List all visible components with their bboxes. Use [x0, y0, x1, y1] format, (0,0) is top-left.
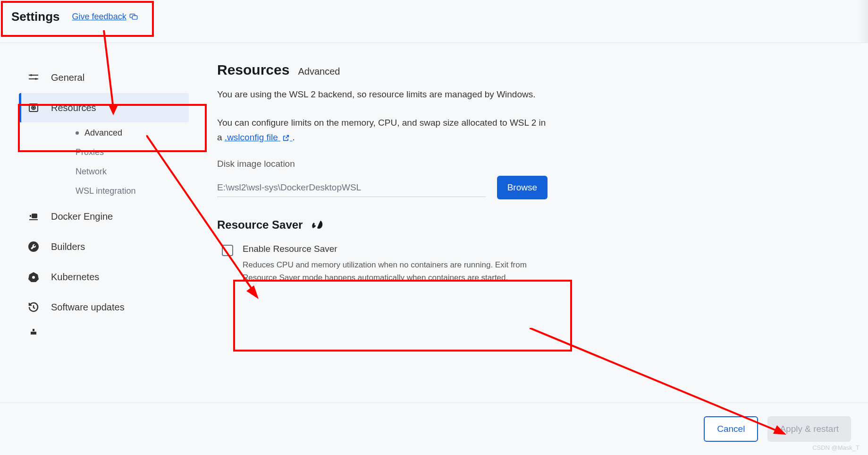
sidebar-item-builders[interactable]: Builders	[19, 232, 189, 261]
sidebar-subitem-label: Network	[76, 167, 107, 177]
limits-desc: You can configure limits on the memory, …	[217, 116, 548, 145]
svg-rect-11	[30, 215, 31, 217]
sidebar-subitem-advanced[interactable]: Advanced	[76, 123, 189, 143]
engine-icon	[27, 210, 40, 223]
sidebar-subitem-label: Proxies	[76, 147, 104, 157]
disk-location-label: Disk image location	[217, 159, 548, 169]
sidebar-item-label: Docker Engine	[51, 211, 113, 222]
bullet-icon	[76, 131, 79, 135]
sidebar-item-kubernetes[interactable]: Kubernetes	[19, 262, 189, 292]
resource-saver-title: Resource Saver	[217, 218, 303, 232]
resource-saver-checkbox-label: Enable Resource Saver	[243, 244, 543, 254]
svg-rect-5	[29, 78, 38, 79]
give-feedback-link[interactable]: Give feedback	[72, 12, 138, 22]
sidebar-subitem-wsl-integration[interactable]: WSL integration	[76, 181, 189, 201]
svg-point-14	[32, 276, 35, 279]
svg-rect-9	[32, 214, 37, 218]
sidebar-subitem-label: Advanced	[84, 128, 122, 138]
svg-rect-16	[33, 329, 34, 331]
sidebar-item-general[interactable]: General	[19, 63, 189, 92]
svg-rect-3	[29, 75, 38, 76]
resources-sub-items: Advanced Proxies Network WSL integration	[19, 123, 189, 201]
sidebar-subitem-proxies[interactable]: Proxies	[76, 143, 189, 162]
resource-saver-row: Enable Resource Saver Reduces CPU and me…	[217, 241, 548, 287]
sidebar-item-label: General	[51, 72, 84, 83]
main-subtitle: Advanced	[298, 66, 340, 77]
sidebar-item-label: Resources	[51, 103, 96, 113]
sidebar-item-software-updates[interactable]: Software updates	[19, 292, 189, 322]
page-title: Settings	[11, 9, 60, 24]
svg-point-8	[33, 107, 34, 109]
svg-rect-15	[31, 332, 36, 335]
main-title: Resources	[217, 62, 289, 78]
sidebar-item-docker-engine[interactable]: Docker Engine	[19, 202, 189, 231]
chat-icon	[129, 14, 138, 20]
sidebar-item-label: Software updates	[51, 302, 125, 313]
feedback-label: Give feedback	[72, 12, 126, 22]
resource-saver-desc: Reduces CPU and memory utilization when …	[243, 259, 543, 284]
disk-location-input[interactable]	[217, 179, 486, 197]
apply-restart-button[interactable]: Apply & restart	[767, 416, 851, 442]
wslconfig-link-label: .wslconfig file	[225, 132, 278, 142]
footer-bar: Cancel Apply & restart	[0, 403, 868, 455]
external-link-icon	[282, 134, 290, 142]
extension-icon	[27, 326, 40, 338]
kubernetes-icon	[27, 271, 40, 283]
sidebar-item-label: Builders	[51, 241, 85, 252]
watermark: CSDN @Mask_T	[812, 444, 860, 451]
sidebar-item-more[interactable]	[19, 323, 189, 338]
wslconfig-link[interactable]: .wslconfig file	[225, 132, 293, 142]
resource-saver-checkbox[interactable]	[222, 245, 233, 256]
sidebar-subitem-label: WSL integration	[76, 186, 135, 196]
eco-icon	[311, 219, 323, 231]
wrench-icon	[27, 240, 40, 253]
browse-button[interactable]: Browse	[497, 176, 548, 199]
sidebar-item-label: Kubernetes	[51, 272, 99, 283]
sliders-icon	[27, 71, 40, 84]
disk-icon	[27, 102, 40, 114]
svg-rect-1	[132, 16, 137, 19]
backend-desc: You are using the WSL 2 backend, so reso…	[217, 87, 548, 102]
settings-sidebar: General Resources Advanced Proxies Netwo…	[19, 62, 198, 339]
history-icon	[27, 301, 40, 313]
sidebar-subitem-network[interactable]: Network	[76, 162, 189, 181]
main-panel: Resources Advanced You are using the WSL…	[198, 62, 566, 339]
cancel-button[interactable]: Cancel	[704, 416, 758, 442]
sidebar-item-resources[interactable]: Resources	[19, 93, 189, 122]
svg-rect-10	[29, 219, 38, 220]
